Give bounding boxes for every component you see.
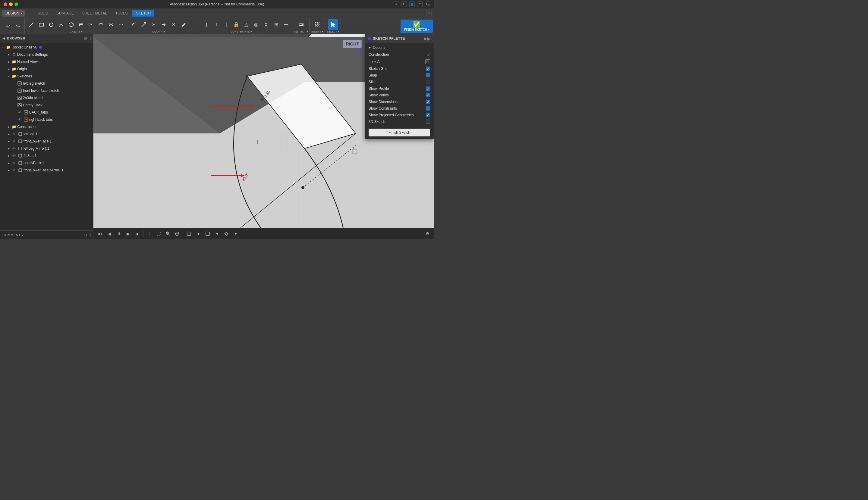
offset-curve[interactable] bbox=[179, 19, 188, 30]
first-frame-button[interactable]: ⏮ bbox=[96, 229, 104, 238]
cfb1-eye[interactable]: 👁 bbox=[11, 160, 16, 166]
palette-row-3d-sketch[interactable]: 3D Sketch bbox=[365, 118, 434, 125]
browser-collapse[interactable]: ⊟ bbox=[84, 36, 87, 41]
palette-row-construction[interactable]: Construction ◁ bbox=[365, 51, 434, 58]
2a3da1-eye[interactable]: 👁 bbox=[11, 153, 16, 158]
sketch-grid-checkbox[interactable] bbox=[426, 67, 430, 71]
extend-tool[interactable] bbox=[96, 19, 106, 30]
polygon-tool[interactable] bbox=[66, 19, 76, 30]
display-options-button[interactable]: ▾ bbox=[194, 229, 202, 238]
palette-row-show-projected[interactable]: Show Projected Geometries bbox=[365, 112, 434, 118]
close-tab-button[interactable]: ✕ bbox=[426, 11, 432, 16]
lighting-button[interactable] bbox=[222, 229, 231, 238]
insert-image[interactable]: 🖼 bbox=[313, 19, 322, 30]
sidebar-item-frontlowerface1[interactable]: ▶ 👁 frontLowerFace:1 bbox=[0, 138, 93, 145]
rectangle-tool[interactable] bbox=[36, 19, 46, 30]
sidebar-item-frontlowerface-mirror[interactable]: ▶ 👁 frontLowerFace(Mirror):1 bbox=[0, 167, 93, 174]
sidebar-item-leftleg-mirror[interactable]: ▶ 👁 leftLeg(Mirror):1 bbox=[0, 145, 93, 152]
zoom-button[interactable]: 🔍 bbox=[164, 229, 172, 238]
midpoint-constraint[interactable] bbox=[281, 19, 291, 30]
close-button[interactable] bbox=[4, 2, 7, 6]
palette-row-show-dimensions[interactable]: Show Dimensions bbox=[365, 99, 434, 105]
show-profile-checkbox[interactable] bbox=[426, 87, 430, 91]
flfm-eye[interactable]: 👁 bbox=[11, 168, 16, 173]
palette-row-snap[interactable]: Snap bbox=[365, 72, 434, 79]
visual-style-options[interactable]: ▾ bbox=[213, 229, 221, 238]
fit-view-button[interactable]: ⛶ bbox=[154, 229, 163, 238]
palette-row-slice[interactable]: Slice bbox=[365, 79, 434, 85]
show-projected-checkbox[interactable] bbox=[426, 113, 430, 117]
scale-tool[interactable] bbox=[139, 19, 148, 30]
look-at-icon[interactable]: 🗔 bbox=[425, 59, 430, 64]
arc-tool[interactable] bbox=[56, 19, 66, 30]
flf1-eye[interactable]: 👁 bbox=[11, 139, 16, 144]
perpendicular-constraint[interactable]: ⊥ bbox=[212, 19, 221, 30]
finish-sketch-button[interactable]: ✅ FINISH SKETCH ▾ bbox=[401, 20, 433, 33]
palette-row-show-profile[interactable]: Show Profile bbox=[365, 85, 434, 92]
3d-sketch-checkbox[interactable] bbox=[426, 120, 430, 124]
trim-tool[interactable]: ✂ bbox=[86, 19, 96, 30]
tab-tools[interactable]: TOOLS bbox=[112, 10, 131, 16]
prev-frame-button[interactable]: ◀ bbox=[105, 229, 114, 238]
measure-tool[interactable] bbox=[296, 19, 306, 30]
back-tabs-eye[interactable]: 👁 bbox=[17, 110, 22, 115]
sidebar-item-named-views[interactable]: ▶ 📁 Named Views bbox=[0, 58, 93, 65]
show-constraints-checkbox[interactable] bbox=[426, 106, 430, 111]
extend-modify[interactable] bbox=[159, 19, 168, 30]
palette-row-look-at[interactable]: Look At 🗔 bbox=[365, 58, 434, 65]
back-arrow[interactable]: ◀ bbox=[2, 36, 5, 41]
sidebar-item-construction[interactable]: ▶ 📁 Construction bbox=[0, 123, 93, 130]
new-tab-button[interactable]: + bbox=[393, 1, 399, 7]
horizontal-constraint[interactable]: — bbox=[192, 19, 201, 30]
collinear-constraint[interactable]: ╳ bbox=[261, 19, 271, 30]
coincident-constraint[interactable]: ◎ bbox=[251, 19, 261, 30]
llm-eye[interactable]: 👁 bbox=[11, 146, 16, 151]
concentric-constraint[interactable]: ⊞ bbox=[271, 19, 281, 30]
parallel-constraint[interactable]: ∥ bbox=[222, 19, 231, 30]
sidebar-item-left-leg-sketch[interactable]: left leg sketch bbox=[0, 80, 93, 87]
tree-root[interactable]: ▼ 📁 Rocket Chair v6 bbox=[0, 44, 93, 51]
tab-sheet-metal[interactable]: SHEET METAL bbox=[79, 10, 111, 16]
select-tool[interactable] bbox=[328, 19, 338, 30]
maximize-button[interactable] bbox=[14, 2, 18, 6]
show-points-checkbox[interactable] bbox=[426, 93, 430, 97]
sidebar-item-back-tabs[interactable]: 👁 BACK_tabs bbox=[0, 109, 93, 116]
sidebar-item-comfy-back[interactable]: Comfy Back bbox=[0, 102, 93, 109]
options-section-header[interactable]: ▼ Options bbox=[365, 44, 434, 51]
palette-row-sketch-grid[interactable]: Sketch Grid bbox=[365, 65, 434, 72]
slice-checkbox[interactable] bbox=[426, 80, 430, 84]
sidebar-item-2a3da1[interactable]: ▶ 👁 2a3da:1 bbox=[0, 152, 93, 159]
tab-solid[interactable]: SOLID bbox=[34, 10, 52, 16]
design-dropdown[interactable]: DESIGN ▾ bbox=[2, 10, 25, 16]
sidebar-item-2a3da-sketch[interactable]: 2a3da sketch bbox=[0, 94, 93, 102]
line-tool[interactable] bbox=[26, 19, 36, 30]
redo-button[interactable]: ↪ bbox=[13, 21, 23, 32]
break-modify[interactable]: ✕ bbox=[169, 19, 178, 30]
lighting-options[interactable]: ▾ bbox=[232, 229, 240, 238]
create-more[interactable]: ⋯ bbox=[116, 19, 126, 30]
comments-collapse[interactable]: ⊟ bbox=[84, 233, 87, 237]
sidebar-item-comfyback1[interactable]: ▶ 👁 comfyBack:1 bbox=[0, 159, 93, 167]
tab-sketch[interactable]: SKETCH bbox=[132, 10, 154, 16]
sidebar-item-sketches[interactable]: ▼ 📁 Sketches bbox=[0, 72, 93, 80]
user-button[interactable]: 👤 bbox=[409, 1, 415, 7]
sidebar-item-leftleg1[interactable]: ▶ 👁 leftLeg:1 bbox=[0, 130, 93, 138]
circle-tool[interactable] bbox=[46, 19, 56, 30]
mirror-tool[interactable] bbox=[106, 19, 116, 30]
palette-expand-button[interactable]: ▶▶ bbox=[424, 36, 431, 41]
visual-style-button[interactable] bbox=[203, 229, 212, 238]
last-frame-button[interactable]: ⏭ bbox=[133, 229, 142, 238]
snap-checkbox[interactable] bbox=[426, 73, 430, 77]
right-back-tabs-eye[interactable]: 👁 bbox=[17, 117, 22, 122]
fix-constraint[interactable]: 🔒 bbox=[232, 19, 241, 30]
sidebar-item-right-back-tabs[interactable]: 👁 right back tabs bbox=[0, 116, 93, 123]
settings-button[interactable]: ⚙ bbox=[423, 229, 432, 238]
ll1-eye[interactable]: 👁 bbox=[11, 132, 16, 136]
view-right[interactable]: RIGHT bbox=[343, 40, 361, 48]
display-mode-button[interactable] bbox=[185, 229, 193, 238]
palette-row-show-constraints[interactable]: Show Constraints bbox=[365, 105, 434, 112]
play-button[interactable]: ▶ bbox=[124, 229, 132, 238]
finish-sketch-palette-button[interactable]: Finish Sketch bbox=[369, 129, 430, 136]
show-dimensions-checkbox[interactable] bbox=[426, 100, 430, 104]
help-button[interactable]: ? bbox=[417, 1, 423, 7]
